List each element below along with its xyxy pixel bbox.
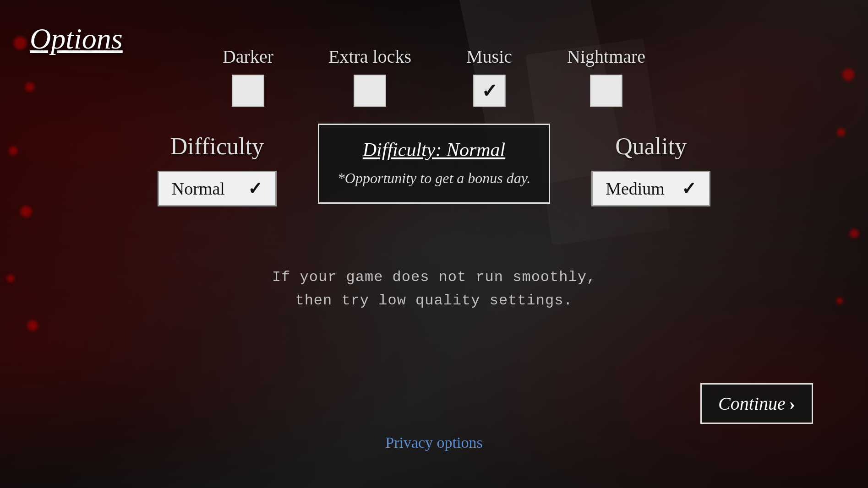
- difficulty-title: Difficulty: [170, 133, 264, 160]
- nightmare-checkbox[interactable]: [590, 75, 622, 107]
- info-box-title: Difficulty: Normal: [338, 139, 530, 161]
- middle-section: Difficulty Normal ✓ Difficulty: Normal *…: [0, 124, 868, 206]
- checkbox-nightmare: Nightmare: [567, 46, 645, 107]
- perf-hint-line1: If your game does not run smoothly,: [272, 269, 596, 286]
- difficulty-arrow-icon: ✓: [248, 179, 262, 199]
- darker-label: Darker: [223, 46, 273, 67]
- page-content: Options Darker Extra locks Music ✓ Night…: [0, 0, 868, 488]
- difficulty-value: Normal: [172, 179, 225, 199]
- checkbox-music: Music ✓: [466, 46, 512, 107]
- privacy-options-link[interactable]: Privacy options: [385, 434, 482, 451]
- checkbox-darker: Darker: [223, 46, 273, 107]
- perf-hint-line2: then try low quality settings.: [295, 292, 573, 309]
- quality-value: Medium: [606, 179, 665, 199]
- music-checkbox[interactable]: ✓: [473, 75, 505, 107]
- continue-label: Continue: [718, 393, 786, 414]
- extra-locks-checkbox[interactable]: [354, 75, 386, 107]
- checkbox-extra-locks: Extra locks: [328, 46, 411, 107]
- info-box: Difficulty: Normal *Opportunity to get a…: [318, 124, 550, 204]
- info-box-description: *Opportunity to get a bonus day.: [338, 168, 530, 189]
- quality-dropdown[interactable]: Medium ✓: [591, 171, 710, 206]
- continue-arrow-icon: ›: [789, 393, 795, 414]
- performance-hint: If your game does not run smoothly, then…: [272, 266, 596, 312]
- quality-arrow-icon: ✓: [682, 179, 696, 199]
- difficulty-dropdown[interactable]: Normal ✓: [158, 171, 277, 206]
- checkboxes-row: Darker Extra locks Music ✓ Nightmare: [223, 46, 645, 107]
- page-title: Options: [30, 22, 123, 56]
- continue-button[interactable]: Continue ›: [700, 383, 813, 424]
- quality-title: Quality: [615, 133, 687, 160]
- extra-locks-label: Extra locks: [328, 46, 411, 67]
- darker-checkbox[interactable]: [232, 75, 264, 107]
- nightmare-label: Nightmare: [567, 46, 645, 67]
- quality-section: Quality Medium ✓: [578, 133, 724, 206]
- difficulty-section: Difficulty Normal ✓: [144, 133, 290, 206]
- music-label: Music: [466, 46, 512, 67]
